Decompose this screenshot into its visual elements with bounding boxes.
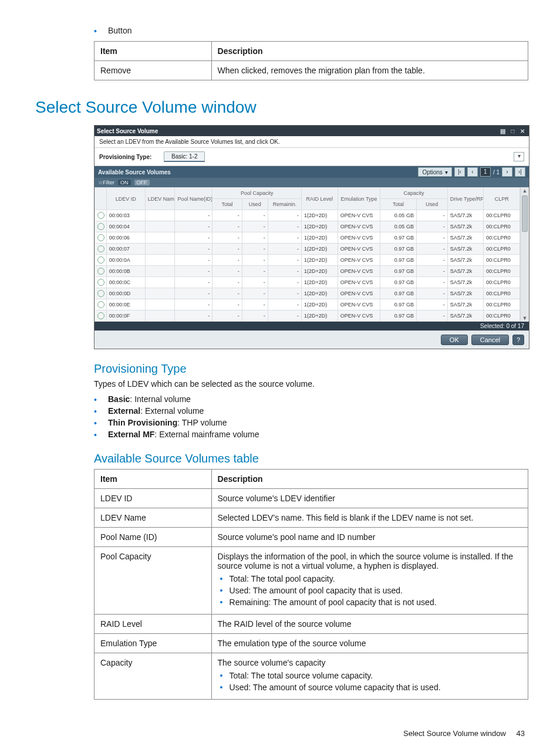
cell-pc-remain: - [268, 221, 301, 232]
col-ldev-id[interactable]: LDEV ID [106, 188, 145, 210]
table-scrollbar[interactable]: ▲ ▼ [520, 187, 529, 322]
filter-label: ☆Filter [98, 180, 114, 185]
table-row[interactable]: 00:00:07----1(2D+2D)OPEN-V CVS0.97 GB-SA… [95, 244, 520, 255]
cell-c-total: 0.97 GB [380, 244, 417, 255]
cell-pc-remain: - [268, 255, 301, 266]
col-group-capacity: Capacity [380, 188, 447, 199]
cell-c-used: - [416, 255, 447, 266]
table-row[interactable]: 00:00:03----1(2D+2D)OPEN-V CVS0.05 GB-SA… [95, 210, 520, 221]
col-group-pool-capacity: Pool Capacity [212, 188, 302, 199]
cell-c-total: 0.97 GB [380, 299, 417, 310]
select-source-volume-screenshot: Select Source Volume ▤ □ ✕ Select an LDE… [94, 125, 529, 349]
button-table-h1: Description [211, 42, 528, 61]
col-pool-name[interactable]: Pool Name(ID) [175, 188, 212, 210]
asv-row: CapacityThe source volume's capacityTota… [95, 653, 528, 700]
cell-clpr: 00:CLPR0 [484, 277, 520, 288]
dialog-action-bar: OK Cancel ? [95, 330, 529, 349]
table-row[interactable]: 00:00:0E----1(2D+2D)OPEN-V CVS0.97 GB-SA… [95, 299, 520, 310]
asv-h0: Item [95, 470, 212, 489]
cell-clpr: 00:CLPR0 [484, 255, 520, 266]
table-row[interactable]: 00:00:0A----1(2D+2D)OPEN-V CVS0.97 GB-SA… [95, 255, 520, 266]
col-raid[interactable]: RAID Level [302, 188, 338, 210]
button-section-bullets: Button [94, 26, 525, 35]
cell-pc-total: - [212, 310, 242, 322]
cell-clpr: 00:CLPR0 [484, 310, 520, 322]
provisioning-type-dropdown[interactable]: ▾ [514, 152, 524, 161]
cell-drive: SAS/7.2k [447, 277, 484, 288]
provisioning-type-tab[interactable]: Basic: 1-2 [164, 151, 205, 162]
footer-title: Select Source Volume window [403, 729, 506, 738]
cell-emu: OPEN-V CVS [338, 244, 380, 255]
table-row[interactable]: 00:00:0D----1(2D+2D)OPEN-V CVS0.97 GB-SA… [95, 288, 520, 299]
col-emulation[interactable]: Emulation Type [338, 188, 380, 210]
asv-bullet: Used: The amount of pool capacity that i… [220, 586, 522, 595]
cell-c-total: 0.97 GB [380, 255, 417, 266]
row-radio[interactable] [97, 212, 104, 219]
ok-button[interactable]: OK [441, 335, 468, 345]
page-next-button[interactable]: › [502, 167, 512, 177]
col-drive[interactable]: Drive Type/RPM [447, 188, 484, 210]
col-ldev-name[interactable]: LDEV Name [145, 188, 175, 210]
row-radio[interactable] [97, 312, 104, 319]
row-radio[interactable] [97, 279, 104, 286]
page-prev-button[interactable]: ‹ [467, 167, 478, 177]
cell-ldev-name [145, 255, 175, 266]
filter-on-button[interactable]: ON [118, 180, 131, 185]
cell-pc-used: - [242, 266, 268, 277]
provisioning-type-lead: Types of LDEV which can be selected as t… [94, 379, 525, 389]
cell-c-total: 0.97 GB [380, 277, 417, 288]
cell-ldev-name [145, 221, 175, 232]
table-row[interactable]: 00:00:0F----1(2D+2D)OPEN-V CVS0.97 GB-SA… [95, 310, 520, 322]
row-radio[interactable] [97, 245, 104, 252]
table-row[interactable]: 00:00:0B----1(2D+2D)OPEN-V CVS0.97 GB-SA… [95, 266, 520, 277]
col-c-total[interactable]: Total [380, 199, 417, 210]
cancel-button[interactable]: Cancel [471, 335, 509, 345]
col-c-used[interactable]: Used [416, 199, 447, 210]
cell-pc-remain: - [268, 232, 301, 244]
cell-raid: 1(2D+2D) [302, 210, 338, 221]
table-row[interactable]: 00:00:06----1(2D+2D)OPEN-V CVS0.97 GB-SA… [95, 232, 520, 244]
provisioning-type-list: Basic: Internal volumeExternal: External… [94, 394, 525, 439]
cell-c-total: 0.97 GB [380, 232, 417, 244]
col-clpr[interactable]: CLPR [484, 188, 520, 210]
cell-pc-total: - [212, 266, 242, 277]
asv-desc: Source volume's pool name and ID number [218, 532, 522, 542]
filter-off-button[interactable]: OFF [134, 180, 150, 185]
cell-c-total: 0.97 GB [380, 266, 417, 277]
row-radio[interactable] [97, 223, 104, 230]
asv-desc: Source volume's LDEV identifier [218, 494, 522, 503]
scroll-thumb[interactable] [522, 195, 528, 232]
page-first-button[interactable]: |‹ [454, 167, 465, 177]
page-current[interactable]: 1 [480, 167, 491, 177]
window-titlebar: Select Source Volume ▤ □ ✕ [95, 126, 529, 136]
cell-drive: SAS/7.2k [447, 255, 484, 266]
row-radio[interactable] [97, 268, 104, 275]
filter-icon[interactable]: ▤ [498, 128, 507, 134]
col-pc-used[interactable]: Used [242, 199, 268, 210]
table-row[interactable]: 00:00:04----1(2D+2D)OPEN-V CVS0.05 GB-SA… [95, 221, 520, 232]
page-last-button[interactable]: ›| [515, 167, 525, 177]
row-radio[interactable] [97, 256, 104, 264]
close-icon[interactable]: ✕ [518, 128, 527, 134]
help-button[interactable]: ? [512, 335, 524, 345]
asv-h1: Description [211, 470, 528, 489]
instruction-text: Select an LDEV from the Available Source… [95, 136, 529, 148]
options-dropdown[interactable]: Options▾ [418, 167, 451, 177]
row-radio[interactable] [97, 290, 104, 297]
cell-ldev-name [145, 288, 175, 299]
table-row[interactable]: 00:00:0C----1(2D+2D)OPEN-V CVS0.97 GB-SA… [95, 277, 520, 288]
cell-clpr: 00:CLPR0 [484, 288, 520, 299]
source-volumes-table: LDEV ID LDEV Name Pool Name(ID) Pool Cap… [95, 187, 520, 322]
row-radio[interactable] [97, 234, 104, 241]
cell-clpr: 00:CLPR0 [484, 244, 520, 255]
cell-c-used: - [416, 310, 447, 322]
col-pc-total[interactable]: Total [212, 199, 242, 210]
col-pc-remain[interactable]: Remainin. [268, 199, 301, 210]
maximize-icon[interactable]: □ [508, 128, 517, 134]
scroll-down-icon[interactable]: ▼ [521, 315, 529, 322]
row-radio[interactable] [97, 301, 104, 308]
scroll-up-icon[interactable]: ▲ [521, 187, 529, 194]
cell-c-used: - [416, 221, 447, 232]
provisioning-item: External MF: External mainframe volume [94, 430, 525, 439]
cell-emu: OPEN-V CVS [338, 288, 380, 299]
